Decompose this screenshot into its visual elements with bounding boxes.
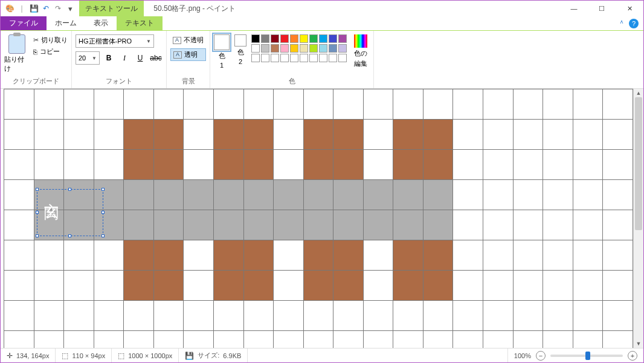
grid-cell[interactable] xyxy=(94,271,124,301)
save-icon[interactable]: 💾 xyxy=(28,3,39,14)
grid-cell[interactable] xyxy=(124,210,154,240)
grid-cell[interactable] xyxy=(333,271,364,301)
grid-cell[interactable] xyxy=(124,180,154,210)
grid-cell[interactable] xyxy=(34,150,64,180)
grid-cell[interactable] xyxy=(243,120,274,150)
grid-cell[interactable] xyxy=(243,271,274,301)
grid-cell[interactable] xyxy=(603,89,633,120)
palette-swatch[interactable] xyxy=(261,34,269,43)
grid-cell[interactable] xyxy=(573,150,603,180)
grid-cell[interactable] xyxy=(453,150,483,180)
grid-cell[interactable] xyxy=(393,301,423,331)
tab-home[interactable]: ホーム xyxy=(47,16,85,30)
zoom-slider[interactable] xyxy=(550,355,623,357)
copy-button[interactable]: ⎘ コピー xyxy=(33,47,68,56)
grid-cell[interactable] xyxy=(363,331,393,349)
tab-text[interactable]: テキスト xyxy=(117,16,163,30)
palette-swatch[interactable] xyxy=(309,54,318,62)
grid-cell[interactable] xyxy=(573,301,603,331)
grid-cell[interactable] xyxy=(423,89,453,120)
palette-swatch[interactable] xyxy=(309,44,318,53)
maximize-button[interactable]: ☐ xyxy=(588,1,616,16)
grid-cell[interactable] xyxy=(274,210,304,240)
grid-cell[interactable] xyxy=(184,180,214,210)
palette-swatch[interactable] xyxy=(300,34,308,43)
grid-cell[interactable] xyxy=(393,331,423,349)
grid-cell[interactable] xyxy=(333,301,364,331)
grid-cell[interactable] xyxy=(543,240,573,271)
grid-cell[interactable] xyxy=(483,89,514,120)
text-selection-box[interactable] xyxy=(37,189,103,236)
grid-cell[interactable] xyxy=(603,210,633,240)
italic-button[interactable]: I xyxy=(118,51,131,65)
grid-cell[interactable] xyxy=(213,120,243,150)
grid-cell[interactable] xyxy=(184,89,214,120)
grid-cell[interactable] xyxy=(333,331,364,349)
grid-cell[interactable] xyxy=(573,210,603,240)
grid-cell[interactable] xyxy=(543,150,573,180)
grid-cell[interactable] xyxy=(363,120,393,150)
grid-cell[interactable] xyxy=(453,271,483,301)
scroll-down-icon[interactable]: ▼ xyxy=(634,339,643,348)
resize-handle[interactable] xyxy=(36,211,39,214)
grid-cell[interactable] xyxy=(64,240,94,271)
grid-cell[interactable] xyxy=(303,210,333,240)
grid-cell[interactable] xyxy=(483,331,514,349)
grid-cell[interactable] xyxy=(483,120,514,150)
grid-cell[interactable] xyxy=(153,331,184,349)
grid-cell[interactable] xyxy=(153,301,184,331)
palette-swatch[interactable] xyxy=(261,54,269,62)
edit-colors-button[interactable]: 色の 編集 xyxy=(352,34,370,68)
grid-cell[interactable] xyxy=(573,240,603,271)
cut-button[interactable]: ✂ 切り取り xyxy=(33,36,68,45)
tab-file[interactable]: ファイル xyxy=(1,16,47,30)
grid-cell[interactable] xyxy=(124,240,154,271)
grid-cell[interactable] xyxy=(453,331,483,349)
grid-cell[interactable] xyxy=(4,180,34,210)
grid-cell[interactable] xyxy=(184,210,214,240)
color2-button[interactable]: 色 2 xyxy=(234,34,246,65)
grid-cell[interactable] xyxy=(543,180,573,210)
grid-cell[interactable] xyxy=(153,240,184,271)
minimize-button[interactable]: — xyxy=(560,1,588,16)
grid-cell[interactable] xyxy=(94,120,124,150)
grid-cell[interactable] xyxy=(4,150,34,180)
grid-cell[interactable] xyxy=(274,150,304,180)
grid-cell[interactable] xyxy=(603,180,633,210)
grid-cell[interactable] xyxy=(153,89,184,120)
grid-cell[interactable] xyxy=(34,271,64,301)
resize-handle[interactable] xyxy=(36,234,39,237)
close-button[interactable]: ✕ xyxy=(616,1,643,16)
grid-cell[interactable] xyxy=(213,150,243,180)
grid-cell[interactable] xyxy=(213,240,243,271)
grid-cell[interactable] xyxy=(453,89,483,120)
resize-handle[interactable] xyxy=(68,234,71,237)
palette-swatch[interactable] xyxy=(338,54,347,62)
grid-cell[interactable] xyxy=(573,180,603,210)
grid-cell[interactable] xyxy=(4,120,34,150)
grid-cell[interactable] xyxy=(543,271,573,301)
grid-cell[interactable] xyxy=(603,120,633,150)
grid-cell[interactable] xyxy=(34,331,64,349)
grid-cell[interactable] xyxy=(393,271,423,301)
help-icon[interactable]: ? xyxy=(629,19,639,28)
palette-swatch[interactable] xyxy=(309,34,318,43)
grid-cell[interactable] xyxy=(573,271,603,301)
grid-cell[interactable] xyxy=(94,301,124,331)
grid-cell[interactable] xyxy=(303,150,333,180)
grid-cell[interactable] xyxy=(513,150,543,180)
palette-swatch[interactable] xyxy=(271,54,279,62)
grid-cell[interactable] xyxy=(184,240,214,271)
bg-transparent-button[interactable]: 透明 xyxy=(170,48,206,61)
grid-cell[interactable] xyxy=(64,89,94,120)
grid-cell[interactable] xyxy=(243,240,274,271)
palette-swatch[interactable] xyxy=(300,54,308,62)
grid-cell[interactable] xyxy=(184,301,214,331)
grid-cell[interactable] xyxy=(124,89,154,120)
grid-cell[interactable] xyxy=(453,210,483,240)
palette-swatch[interactable] xyxy=(290,44,298,53)
grid-cell[interactable] xyxy=(543,210,573,240)
grid-cell[interactable] xyxy=(34,301,64,331)
grid-cell[interactable] xyxy=(184,150,214,180)
grid-cell[interactable] xyxy=(603,150,633,180)
